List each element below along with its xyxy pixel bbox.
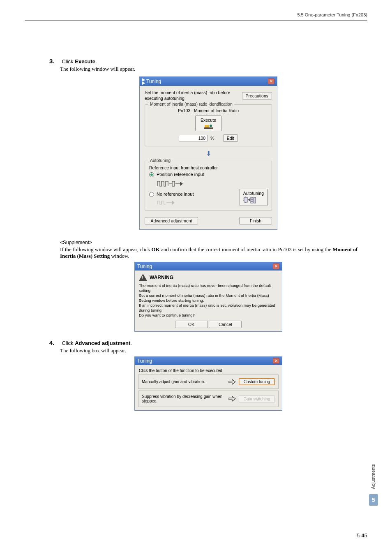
function-dialog-title: Tuning	[137, 358, 152, 364]
svg-rect-6	[251, 201, 253, 203]
radio-no-reference[interactable]: No reference input	[149, 192, 240, 197]
close-icon[interactable]: ✕	[273, 264, 279, 269]
pn103-value-input[interactable]: 100	[179, 135, 208, 141]
ok-button[interactable]: OK	[175, 321, 208, 328]
supplement-block: <Supplement> If the following window wil…	[60, 240, 367, 259]
warn-line2: Set a correct moment of inertia (mass) r…	[139, 293, 278, 303]
dialog-title: Tuning	[146, 79, 161, 84]
svg-rect-5	[251, 199, 253, 201]
page-header: 5.5 One-parameter Tuning (Fn203)	[297, 12, 367, 17]
step-3-desc: The following window will appear.	[60, 66, 367, 72]
autotuning-legend: Autotuning	[148, 158, 172, 163]
custom-tuning-row: Manually adjust gain and vibration. Cust…	[138, 375, 279, 389]
step-4-suffix: .	[130, 340, 132, 346]
svg-rect-4	[251, 197, 253, 199]
arrow-right-icon	[228, 396, 236, 402]
warning-label: WARNING	[150, 275, 173, 280]
close-icon[interactable]: ✕	[268, 79, 274, 84]
warn-line1: The moment of inertia (mass) ratio has n…	[139, 283, 278, 293]
side-chapter-number: 5	[369, 494, 378, 506]
down-arrow-icon: ⬇	[145, 150, 272, 157]
warning-dialog-title: Tuning	[137, 264, 152, 269]
percent-label: %	[210, 136, 214, 141]
step-3-number: 3.	[49, 58, 60, 65]
radio2-label: No reference input	[157, 192, 194, 197]
advanced-adjustment-button[interactable]: Advanced adjustment	[145, 217, 198, 224]
supp-b: and confirm that the correct moment of i…	[160, 246, 333, 252]
dialog-intro-text: Set the moment of inertia (mass) ratio b…	[145, 90, 242, 101]
execute-label: Execute	[201, 118, 216, 123]
custom-tuning-button[interactable]: Custom tuning	[239, 378, 275, 385]
warning-dialog: Tuning ✕ WARNING The moment of inertia (…	[134, 262, 282, 332]
supp-a: If the following window will appear, cli…	[60, 246, 152, 252]
function-dialog-header: Click the button of the function to be e…	[138, 368, 279, 373]
pulse-train-icon	[157, 179, 185, 188]
supp-bold1: OK	[152, 246, 160, 252]
radio-position-reference[interactable]: Position reference input	[149, 172, 267, 177]
step-3-prefix: Click	[62, 58, 75, 65]
supp-c: window.	[110, 253, 129, 259]
autotuning-button[interactable]: Autotuning	[240, 189, 267, 206]
side-tab-label: Adjustments	[371, 464, 376, 489]
autotuning-icon	[243, 196, 256, 204]
warn-line4: Do you want to continue tuning?	[139, 313, 278, 318]
step-4-number: 4.	[49, 339, 60, 346]
step-3: 3. Click Execute. The following window w…	[49, 58, 367, 72]
precautions-button[interactable]: Precautions	[242, 92, 272, 99]
warn-line3: If an incorrect moment of inertia (mass)…	[139, 303, 278, 313]
arrow-right-icon	[228, 379, 236, 385]
edit-button[interactable]: Edit	[223, 134, 238, 142]
reference-input-label: Reference input from host controller	[149, 165, 267, 170]
radio1-label: Position reference input	[157, 172, 204, 177]
step-4: 4. Click Advanced adjustment. The follow…	[49, 339, 367, 354]
page-number: 5-45	[357, 532, 367, 539]
execute-button[interactable]: Execute	[195, 116, 221, 131]
step-4-prefix: Click	[62, 340, 75, 346]
cancel-button[interactable]: Cancel	[209, 321, 242, 328]
dialog-titlebar: ▶▶ Tuning ✕	[140, 77, 277, 86]
row1-label: Manually adjust gain and vibration.	[142, 379, 226, 384]
titlebar-icon: ▶▶	[142, 78, 145, 85]
function-titlebar: Tuning ✕	[135, 357, 282, 365]
scale-icon	[203, 123, 214, 130]
step-4-action: Click Advanced adjustment.	[62, 340, 132, 346]
autotuning-label: Autotuning	[243, 191, 264, 196]
radio-selected-icon	[149, 172, 154, 177]
step-4-bold: Advanced adjustment	[75, 340, 130, 346]
step-3-suffix: .	[95, 58, 97, 65]
gain-switching-row: Suppress vibration by decreasing gain wh…	[138, 391, 279, 407]
autotuning-fieldset: Autotuning Reference input from host con…	[145, 161, 272, 210]
no-reference-icon	[157, 199, 177, 206]
supplement-header: <Supplement>	[60, 240, 367, 245]
step-3-action: Click Execute.	[62, 58, 97, 65]
row2-label: Suppress vibration by decreasing gain wh…	[142, 394, 226, 403]
warning-titlebar: Tuning ✕	[135, 262, 282, 271]
pn103-label: Pn103 : Moment of Inertia Ratio	[149, 108, 267, 113]
svg-rect-3	[244, 197, 247, 202]
svg-rect-0	[204, 127, 213, 129]
warning-triangle-icon	[139, 274, 147, 281]
step-4-desc: The following box will appear.	[60, 347, 367, 354]
header-rule	[25, 21, 367, 21]
close-icon[interactable]: ✕	[273, 358, 279, 364]
finish-button[interactable]: Finish	[239, 217, 272, 224]
svg-point-2	[210, 125, 212, 127]
svg-rect-1	[205, 125, 209, 127]
gain-switching-button: Gain switching	[239, 395, 275, 402]
inertia-legend: Moment of inertia (mass) ratio identific…	[148, 102, 234, 106]
svg-rect-7	[254, 197, 256, 203]
step-3-bold: Execute	[75, 58, 95, 65]
radio-unselected-icon	[149, 192, 154, 197]
inertia-fieldset: Moment of inertia (mass) ratio identific…	[145, 104, 272, 146]
tuning-dialog-main: ▶▶ Tuning ✕ Set the moment of inertia (m…	[139, 76, 277, 230]
function-dialog: Tuning ✕ Click the button of the functio…	[134, 356, 282, 411]
